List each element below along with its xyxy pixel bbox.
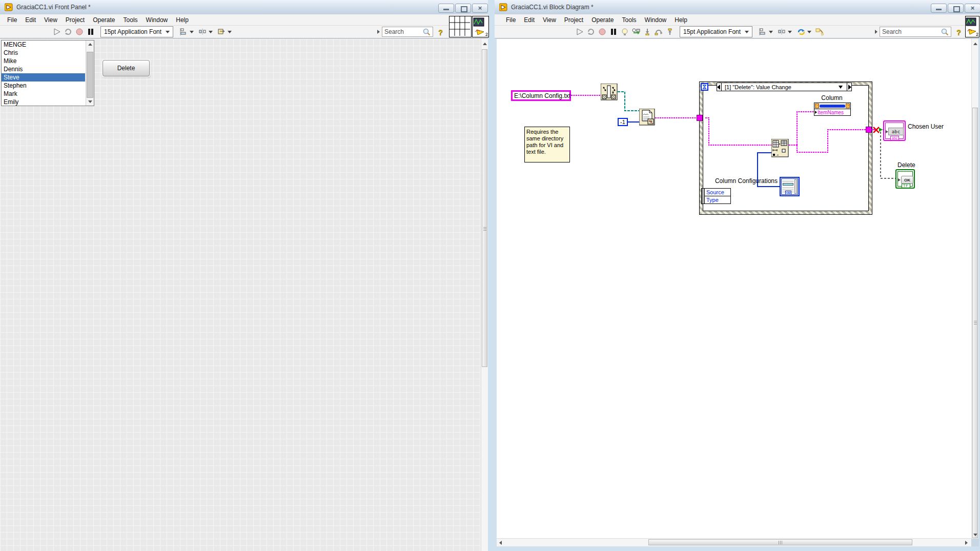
align-objects-dropdown[interactable] bbox=[180, 28, 194, 35]
run-continuous-button[interactable] bbox=[63, 26, 74, 37]
alignment-grid-icon[interactable] bbox=[449, 16, 472, 37]
reorder-dropdown[interactable] bbox=[797, 28, 811, 36]
column-property-node[interactable]: ?! ?! ItemNames bbox=[814, 103, 851, 116]
distribute-objects-dropdown[interactable] bbox=[778, 28, 792, 35]
scroll-right-icon[interactable] bbox=[963, 539, 970, 546]
menu-help[interactable]: Help bbox=[172, 15, 193, 25]
menu-project[interactable]: Project bbox=[560, 15, 587, 25]
menu-file[interactable]: File bbox=[502, 15, 520, 25]
list-item-selected[interactable]: Steve bbox=[2, 73, 85, 81]
step-into-icon[interactable] bbox=[642, 26, 653, 37]
restore-button[interactable] bbox=[948, 4, 964, 13]
block-diagram-vscrollbar[interactable] bbox=[971, 39, 978, 539]
search-input[interactable]: Search bbox=[880, 27, 951, 37]
vscroll-thumb[interactable] bbox=[482, 49, 487, 367]
read-text-file-node[interactable] bbox=[639, 109, 655, 128]
next-case-icon[interactable] bbox=[848, 85, 851, 90]
event-data-node[interactable]: Source Type bbox=[701, 188, 731, 204]
context-help-button[interactable]: ? bbox=[438, 28, 443, 36]
chosen-user-terminal[interactable]: abc abc bbox=[883, 120, 906, 141]
block-diagram-titlebar[interactable]: GraciaCC1.vi Block Diagram * × bbox=[495, 0, 980, 15]
font-selector[interactable]: 15pt Application Font bbox=[100, 26, 173, 37]
input-tunnel[interactable] bbox=[697, 115, 703, 121]
abort-button[interactable] bbox=[74, 26, 85, 37]
scroll-down-icon[interactable] bbox=[86, 98, 94, 106]
vscroll-thumb[interactable] bbox=[972, 108, 978, 538]
scroll-up-icon[interactable] bbox=[86, 40, 94, 48]
listbox-scrollbar[interactable] bbox=[86, 40, 94, 106]
event-data-type[interactable]: Type bbox=[705, 196, 730, 203]
scroll-up-icon[interactable] bbox=[481, 40, 488, 48]
menu-help[interactable]: Help bbox=[670, 15, 691, 25]
highlight-execution-icon[interactable] bbox=[619, 26, 630, 37]
menu-edit[interactable]: Edit bbox=[520, 15, 539, 25]
path-constant[interactable]: E:\Column Config.txt bbox=[511, 90, 571, 101]
string-to-path-node[interactable] bbox=[601, 84, 618, 103]
menu-window[interactable]: Window bbox=[142, 15, 172, 25]
menu-window[interactable]: Window bbox=[641, 15, 671, 25]
minimize-button[interactable] bbox=[931, 4, 947, 13]
user-listbox[interactable]: MENGE Chris Mike Dennis Steve Stephen Ma… bbox=[1, 40, 94, 106]
resize-objects-dropdown[interactable] bbox=[218, 28, 232, 35]
menu-file[interactable]: File bbox=[3, 15, 21, 25]
search-input[interactable]: Search bbox=[382, 27, 433, 37]
delete-button[interactable]: Delete bbox=[103, 60, 150, 76]
menu-project[interactable]: Project bbox=[62, 15, 89, 25]
listbox-scroll-thumb[interactable] bbox=[87, 52, 93, 98]
menu-tools[interactable]: Tools bbox=[618, 15, 641, 25]
column-configurations-terminal[interactable]: I32 bbox=[780, 177, 800, 196]
front-panel-titlebar[interactable]: GraciaCC1.vi Front Panel * × bbox=[0, 0, 495, 15]
front-panel-vscrollbar[interactable] bbox=[481, 39, 488, 551]
abort-button[interactable] bbox=[597, 26, 608, 37]
menu-tools[interactable]: Tools bbox=[119, 15, 142, 25]
align-objects-dropdown[interactable] bbox=[759, 28, 773, 35]
prev-case-icon[interactable] bbox=[717, 85, 720, 90]
list-item[interactable]: Emily bbox=[2, 98, 85, 106]
case-dropdown-icon[interactable] bbox=[839, 86, 843, 89]
front-panel-canvas[interactable]: MENGE Chris Mike Dennis Steve Stephen Ma… bbox=[0, 39, 481, 551]
run-button[interactable] bbox=[51, 26, 63, 37]
scroll-up-icon[interactable] bbox=[972, 40, 979, 48]
run-button[interactable] bbox=[574, 26, 585, 37]
cleanup-diagram-icon[interactable] bbox=[814, 26, 825, 37]
close-button[interactable]: × bbox=[472, 4, 488, 13]
list-item[interactable]: MENGE bbox=[2, 40, 85, 49]
vi-icon[interactable]: 2 bbox=[965, 16, 979, 37]
list-item[interactable]: Mark bbox=[2, 90, 85, 98]
menu-view[interactable]: View bbox=[40, 15, 62, 25]
step-over-icon[interactable] bbox=[653, 26, 664, 37]
event-data-source[interactable]: Source bbox=[705, 189, 730, 196]
property-itemnames-row[interactable]: ItemNames bbox=[814, 109, 850, 115]
context-help-button[interactable]: ? bbox=[956, 28, 961, 36]
distribute-objects-dropdown[interactable] bbox=[199, 28, 213, 35]
restore-button[interactable] bbox=[455, 4, 471, 13]
event-timeout-terminal[interactable] bbox=[701, 83, 708, 91]
font-selector[interactable]: 15pt Application Font bbox=[680, 26, 752, 37]
delete-button-terminal[interactable]: OK TF bbox=[895, 169, 915, 189]
menu-operate[interactable]: Operate bbox=[587, 15, 618, 25]
comment-note[interactable]: Requires the same directory path for VI … bbox=[524, 127, 570, 162]
minimize-button[interactable] bbox=[438, 4, 454, 13]
count-constant[interactable]: -1 bbox=[618, 118, 628, 126]
vi-icon[interactable]: 2 bbox=[472, 16, 489, 37]
close-button[interactable]: × bbox=[965, 4, 980, 13]
menu-view[interactable]: View bbox=[539, 15, 560, 25]
delete-from-array-node[interactable]: .+ bbox=[771, 139, 789, 159]
pause-button[interactable] bbox=[608, 26, 619, 37]
scroll-down-icon[interactable] bbox=[972, 531, 979, 539]
run-continuous-button[interactable] bbox=[585, 26, 597, 37]
pause-button[interactable] bbox=[85, 26, 96, 37]
step-out-icon[interactable] bbox=[664, 26, 676, 37]
output-tunnel[interactable] bbox=[866, 127, 872, 133]
event-selector[interactable]: [1] "Delete": Value Change bbox=[717, 83, 852, 91]
menu-edit[interactable]: Edit bbox=[21, 15, 40, 25]
list-item[interactable]: Dennis bbox=[2, 65, 85, 73]
list-item[interactable]: Stephen bbox=[2, 81, 85, 90]
hscroll-thumb[interactable] bbox=[648, 539, 912, 545]
block-diagram-hscrollbar[interactable] bbox=[497, 538, 971, 546]
retain-wire-values-icon[interactable] bbox=[630, 26, 642, 37]
menu-operate[interactable]: Operate bbox=[89, 15, 119, 25]
list-item[interactable]: Chris bbox=[2, 49, 85, 57]
list-item[interactable]: Mike bbox=[2, 57, 85, 65]
scroll-left-icon[interactable] bbox=[497, 539, 504, 546]
